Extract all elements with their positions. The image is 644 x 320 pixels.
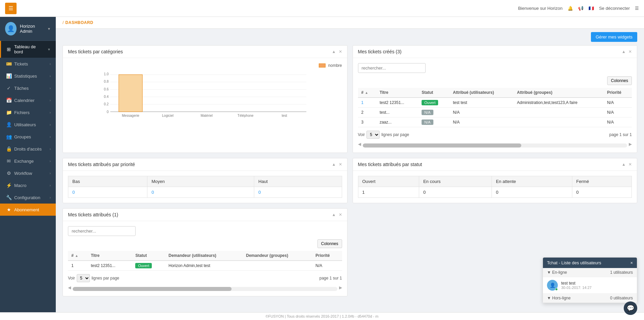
search-bar bbox=[358, 63, 632, 73]
per-page-select[interactable]: 5 bbox=[77, 274, 90, 282]
chat-user-item[interactable]: 👤 test test 30-01-2017: 14:27 bbox=[543, 277, 637, 294]
sidebar-item-label: Utilisateurs bbox=[14, 122, 47, 127]
username[interactable]: Horizon Admin bbox=[20, 24, 44, 34]
cell-haut: 0 bbox=[254, 187, 342, 198]
flag-icon[interactable]: 🇫🇷 bbox=[589, 6, 594, 11]
cell-demandeur-users: Horizon Admin,test test bbox=[165, 261, 242, 271]
sidebar-item-calendrier[interactable]: 📅 Calendrier › bbox=[0, 94, 56, 106]
widget-priority-title: Mes tickets attribués par priorité bbox=[68, 162, 135, 167]
chevron-icon: › bbox=[50, 147, 51, 151]
haut-link[interactable]: 0 bbox=[258, 190, 261, 195]
th-demandeur-users: Demandeur (utilisateurs) bbox=[165, 251, 242, 261]
chevron-icon: › bbox=[50, 99, 51, 102]
menu-icon[interactable]: ☰ bbox=[635, 6, 639, 11]
calendrier-icon: 📅 bbox=[6, 98, 11, 103]
footer-text: ©FUSYON | Tous droits réservés 2016-2017… bbox=[265, 314, 378, 318]
pagination-right: page 1 sur 1 bbox=[609, 132, 632, 137]
search-input[interactable] bbox=[68, 226, 136, 236]
expand-icon[interactable]: ▲ bbox=[332, 162, 336, 167]
disconnect-link[interactable]: Se déconnecter bbox=[599, 6, 630, 11]
fichiers-icon: 📁 bbox=[6, 110, 11, 115]
expand-icon[interactable]: ▲ bbox=[622, 49, 626, 54]
avatar: 👤 bbox=[5, 22, 17, 35]
chat-fab-button[interactable]: 💬 bbox=[624, 301, 637, 315]
close-icon[interactable]: ✕ bbox=[339, 162, 342, 167]
lines-label: lignes par page bbox=[92, 276, 119, 281]
expand-icon[interactable]: ▲ bbox=[332, 49, 336, 54]
close-icon[interactable]: ✕ bbox=[339, 49, 342, 54]
cell-en-attente: 0 bbox=[492, 187, 572, 198]
per-page-select[interactable]: 5 bbox=[366, 131, 380, 139]
close-icon[interactable]: ✕ bbox=[628, 162, 632, 167]
megaphone-icon[interactable]: 📢 bbox=[578, 6, 583, 11]
close-icon[interactable]: ✕ bbox=[628, 49, 632, 54]
cell-statut: Ouvert bbox=[418, 98, 450, 108]
sidebar-item-taches[interactable]: ✓ Tâches › bbox=[0, 82, 56, 94]
sidebar-item-tableau-de-bord[interactable]: ⊞ Tableau de bord ▼ bbox=[0, 41, 56, 58]
cell-attrib-users: N/A bbox=[450, 108, 514, 117]
abonnement-icon: ★ bbox=[6, 207, 11, 212]
chat-close-button[interactable]: × bbox=[630, 260, 633, 265]
sidebar-item-abonnement[interactable]: ★ Abonnement › bbox=[0, 204, 56, 216]
widget-status: Mes tickets attribués par statut ▲ ✕ Ouv… bbox=[353, 158, 638, 203]
sidebar-item-configuration[interactable]: 🔧 Configuration › bbox=[0, 191, 56, 204]
cell-statut: N/A bbox=[418, 117, 450, 127]
sidebar-item-label: Groupes bbox=[14, 134, 47, 139]
columns-button[interactable]: Colonnes bbox=[607, 76, 632, 85]
search-input[interactable] bbox=[358, 63, 426, 73]
sidebar-item-label: Droits d'accès bbox=[14, 146, 47, 152]
ticket-link[interactable]: 1 bbox=[361, 100, 364, 105]
scroll-left-icon[interactable]: ◀ bbox=[68, 285, 71, 290]
legend-label: nombre bbox=[328, 63, 342, 68]
manage-widgets-button[interactable]: Gérer mes widgets bbox=[591, 32, 637, 42]
widget-priority-body: Bas Moyen Haut 0 0 0 bbox=[63, 171, 347, 203]
hamburger-button[interactable]: ☰ bbox=[5, 3, 17, 14]
columns-button[interactable]: Colonnes bbox=[317, 239, 342, 248]
bell-icon[interactable]: 🔔 bbox=[568, 6, 573, 11]
sidebar-item-workflow[interactable]: ⚙ Workflow › bbox=[0, 167, 56, 179]
scroll-right-icon[interactable]: ▶ bbox=[339, 285, 342, 290]
lines-label: lignes par page bbox=[381, 132, 409, 137]
scrollbar bbox=[363, 143, 627, 148]
scroll-left-icon[interactable]: ◀ bbox=[358, 142, 361, 146]
widget-tickets-created: Mes tickets créés (3) ▲ ✕ Colonnes bbox=[353, 45, 638, 153]
chat-avatar: 👤 bbox=[547, 280, 558, 291]
sidebar-item-fichiers[interactable]: 📁 Fichiers › bbox=[0, 106, 56, 118]
cell-demandeur-groups bbox=[243, 261, 312, 271]
expand-icon[interactable]: ▲ bbox=[332, 212, 336, 217]
th-titre: Titre bbox=[88, 251, 132, 261]
cell-id: 1 bbox=[68, 261, 88, 271]
scrollbar-thumb bbox=[73, 287, 232, 291]
th-bas: Bas bbox=[68, 176, 147, 187]
sidebar-item-label: Tickets bbox=[14, 61, 47, 66]
sidebar-item-label: Tableau de bord bbox=[14, 44, 45, 54]
sidebar-item-macro[interactable]: ⚡ Macro › bbox=[0, 179, 56, 191]
cell-attrib-groups bbox=[514, 108, 604, 117]
th-ouvert: Ouvert bbox=[358, 176, 419, 187]
navbar-left: ☰ bbox=[5, 3, 17, 14]
moyen-link[interactable]: 0 bbox=[151, 190, 154, 195]
footer: ©FUSYON | Tous droits réservés 2016-2017… bbox=[0, 312, 644, 320]
th-id: #▲ bbox=[358, 88, 376, 98]
sidebar-item-groupes[interactable]: 👥 Groupes › bbox=[0, 131, 56, 143]
close-icon[interactable]: ✕ bbox=[339, 212, 342, 217]
sidebar-item-exchange[interactable]: ✉ Exchange › bbox=[0, 155, 56, 167]
sidebar-item-statistiques[interactable]: 📊 Statistiques › bbox=[0, 70, 56, 82]
bar-chart: 1.0 0.8 0.6 0.4 0.2 0 bbox=[68, 71, 342, 118]
sidebar-item-droits-dacces[interactable]: 🔒 Droits d'accès › bbox=[0, 143, 56, 155]
th-en-cours: En cours bbox=[419, 176, 492, 187]
cell-id: 2 bbox=[358, 108, 376, 117]
cell-bas: 0 bbox=[68, 187, 147, 198]
chat-user-name: test test bbox=[561, 281, 592, 286]
tableau-de-bord-icon: ⊞ bbox=[6, 47, 11, 52]
page-label: page bbox=[609, 132, 619, 137]
chevron-down-icon: ▼ bbox=[47, 27, 51, 31]
svg-rect-12 bbox=[119, 75, 142, 112]
scroll-right-icon[interactable]: ▶ bbox=[629, 142, 632, 146]
sidebar-item-utilisateurs[interactable]: 👤 Utilisateurs › bbox=[0, 118, 56, 131]
expand-icon[interactable]: ▲ bbox=[622, 162, 626, 167]
bas-link[interactable]: 0 bbox=[72, 190, 75, 195]
widget-priority-header: Mes tickets attribués par priorité ▲ ✕ bbox=[63, 158, 347, 171]
sidebar-item-tickets[interactable]: 🎫 Tickets › bbox=[0, 58, 56, 70]
th-id: #▲ bbox=[68, 251, 88, 261]
